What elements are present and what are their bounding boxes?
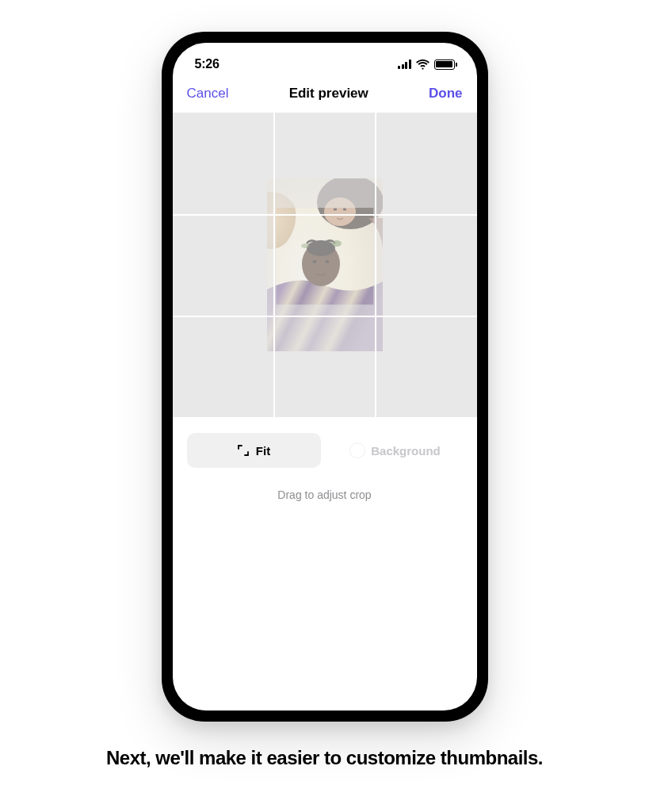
fit-button-label: Fit xyxy=(256,444,270,458)
nav-title: Edit preview xyxy=(289,86,368,102)
wifi-icon xyxy=(416,59,429,70)
svg-point-4 xyxy=(342,208,346,210)
svg-point-10 xyxy=(301,243,309,248)
cancel-button[interactable]: Cancel xyxy=(187,86,229,102)
background-button-label: Background xyxy=(371,444,441,458)
background-swatch-icon xyxy=(350,443,365,458)
caption-text: Next, we'll make it easier to customize … xyxy=(106,747,543,769)
done-button[interactable]: Done xyxy=(429,86,463,102)
cellular-signal-icon xyxy=(398,59,411,69)
background-button[interactable]: Background xyxy=(329,433,463,468)
crop-area[interactable] xyxy=(173,113,477,417)
controls-row: Fit Background xyxy=(173,417,477,468)
nav-bar: Cancel Edit preview Done xyxy=(173,78,477,113)
phone-frame: 5:26 xyxy=(162,32,488,722)
status-bar: 5:26 xyxy=(173,43,477,78)
svg-point-2 xyxy=(324,197,356,226)
fit-button[interactable]: Fit xyxy=(187,433,321,468)
battery-icon xyxy=(434,59,455,70)
svg-point-8 xyxy=(325,260,329,263)
grid-line-vertical xyxy=(375,113,376,417)
status-icons xyxy=(398,59,455,70)
svg-point-7 xyxy=(312,260,316,263)
grid-line-vertical xyxy=(273,113,275,417)
grid-line-horizontal xyxy=(173,316,477,317)
grid-line-horizontal xyxy=(173,214,477,216)
screen: 5:26 xyxy=(173,43,477,710)
svg-point-9 xyxy=(332,240,342,247)
photo-preview[interactable] xyxy=(267,178,383,351)
status-time: 5:26 xyxy=(195,57,220,71)
crop-hint-text: Drag to adjust crop xyxy=(173,468,477,501)
svg-point-6 xyxy=(307,240,335,256)
fit-icon xyxy=(237,444,250,457)
svg-point-3 xyxy=(333,208,337,210)
